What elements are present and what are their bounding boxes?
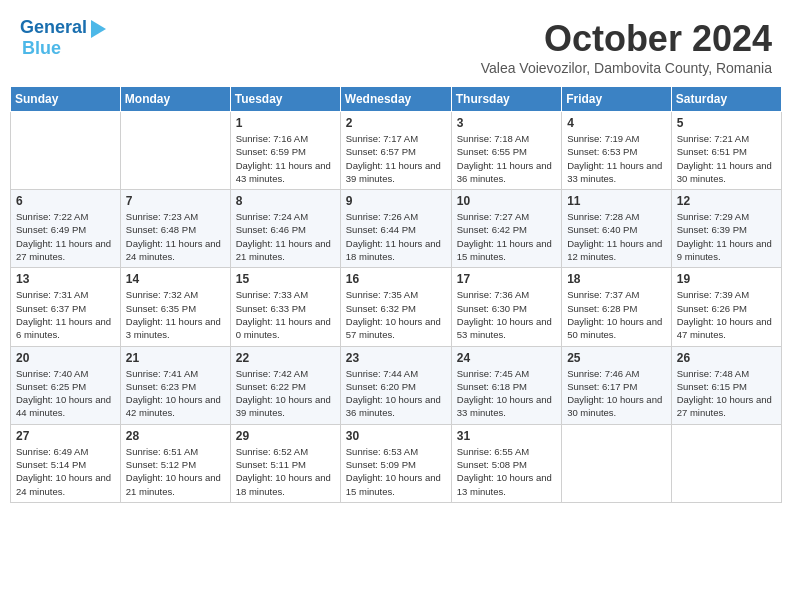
calendar-cell xyxy=(120,112,230,190)
day-info: Sunrise: 7:27 AMSunset: 6:42 PMDaylight:… xyxy=(457,210,556,263)
day-info: Sunrise: 7:18 AMSunset: 6:55 PMDaylight:… xyxy=(457,132,556,185)
calendar-cell: 16Sunrise: 7:35 AMSunset: 6:32 PMDayligh… xyxy=(340,268,451,346)
day-info: Sunrise: 7:29 AMSunset: 6:39 PMDaylight:… xyxy=(677,210,776,263)
day-number: 17 xyxy=(457,272,556,286)
day-info: Sunrise: 7:44 AMSunset: 6:20 PMDaylight:… xyxy=(346,367,446,420)
logo-blue-text: Blue xyxy=(22,38,61,59)
calendar-cell: 27Sunrise: 6:49 AMSunset: 5:14 PMDayligh… xyxy=(11,424,121,502)
calendar-cell: 30Sunrise: 6:53 AMSunset: 5:09 PMDayligh… xyxy=(340,424,451,502)
day-number: 23 xyxy=(346,351,446,365)
calendar-cell: 1Sunrise: 7:16 AMSunset: 6:59 PMDaylight… xyxy=(230,112,340,190)
calendar-cell: 6Sunrise: 7:22 AMSunset: 6:49 PMDaylight… xyxy=(11,190,121,268)
day-number: 9 xyxy=(346,194,446,208)
day-number: 10 xyxy=(457,194,556,208)
day-info: Sunrise: 7:41 AMSunset: 6:23 PMDaylight:… xyxy=(126,367,225,420)
calendar-cell: 26Sunrise: 7:48 AMSunset: 6:15 PMDayligh… xyxy=(671,346,781,424)
day-info: Sunrise: 7:40 AMSunset: 6:25 PMDaylight:… xyxy=(16,367,115,420)
day-number: 28 xyxy=(126,429,225,443)
day-info: Sunrise: 6:55 AMSunset: 5:08 PMDaylight:… xyxy=(457,445,556,498)
calendar-cell: 4Sunrise: 7:19 AMSunset: 6:53 PMDaylight… xyxy=(562,112,672,190)
day-info: Sunrise: 7:17 AMSunset: 6:57 PMDaylight:… xyxy=(346,132,446,185)
day-number: 25 xyxy=(567,351,666,365)
logo: General Blue xyxy=(20,18,106,59)
day-number: 20 xyxy=(16,351,115,365)
calendar-cell: 14Sunrise: 7:32 AMSunset: 6:35 PMDayligh… xyxy=(120,268,230,346)
day-header-monday: Monday xyxy=(120,87,230,112)
day-info: Sunrise: 6:49 AMSunset: 5:14 PMDaylight:… xyxy=(16,445,115,498)
calendar-cell: 18Sunrise: 7:37 AMSunset: 6:28 PMDayligh… xyxy=(562,268,672,346)
calendar-table: SundayMondayTuesdayWednesdayThursdayFrid… xyxy=(10,86,782,503)
calendar-cell: 12Sunrise: 7:29 AMSunset: 6:39 PMDayligh… xyxy=(671,190,781,268)
page-header: General Blue October 2024 Valea Voievozi… xyxy=(10,10,782,80)
day-info: Sunrise: 6:51 AMSunset: 5:12 PMDaylight:… xyxy=(126,445,225,498)
day-header-friday: Friday xyxy=(562,87,672,112)
day-number: 22 xyxy=(236,351,335,365)
calendar-cell: 20Sunrise: 7:40 AMSunset: 6:25 PMDayligh… xyxy=(11,346,121,424)
calendar-cell: 3Sunrise: 7:18 AMSunset: 6:55 PMDaylight… xyxy=(451,112,561,190)
day-header-saturday: Saturday xyxy=(671,87,781,112)
day-info: Sunrise: 7:36 AMSunset: 6:30 PMDaylight:… xyxy=(457,288,556,341)
day-number: 4 xyxy=(567,116,666,130)
day-number: 15 xyxy=(236,272,335,286)
calendar-cell: 22Sunrise: 7:42 AMSunset: 6:22 PMDayligh… xyxy=(230,346,340,424)
calendar-week-row: 20Sunrise: 7:40 AMSunset: 6:25 PMDayligh… xyxy=(11,346,782,424)
logo-general: General xyxy=(20,17,87,37)
day-number: 18 xyxy=(567,272,666,286)
calendar-cell: 8Sunrise: 7:24 AMSunset: 6:46 PMDaylight… xyxy=(230,190,340,268)
title-block: October 2024 Valea Voievozilor, Dambovit… xyxy=(481,18,772,76)
calendar-week-row: 27Sunrise: 6:49 AMSunset: 5:14 PMDayligh… xyxy=(11,424,782,502)
day-info: Sunrise: 6:53 AMSunset: 5:09 PMDaylight:… xyxy=(346,445,446,498)
calendar-cell: 10Sunrise: 7:27 AMSunset: 6:42 PMDayligh… xyxy=(451,190,561,268)
day-number: 5 xyxy=(677,116,776,130)
day-info: Sunrise: 7:48 AMSunset: 6:15 PMDaylight:… xyxy=(677,367,776,420)
day-info: Sunrise: 7:46 AMSunset: 6:17 PMDaylight:… xyxy=(567,367,666,420)
calendar-cell: 28Sunrise: 6:51 AMSunset: 5:12 PMDayligh… xyxy=(120,424,230,502)
day-info: Sunrise: 7:42 AMSunset: 6:22 PMDaylight:… xyxy=(236,367,335,420)
logo-arrow-icon xyxy=(91,20,106,38)
day-info: Sunrise: 7:21 AMSunset: 6:51 PMDaylight:… xyxy=(677,132,776,185)
day-header-thursday: Thursday xyxy=(451,87,561,112)
day-header-tuesday: Tuesday xyxy=(230,87,340,112)
day-number: 26 xyxy=(677,351,776,365)
calendar-cell: 29Sunrise: 6:52 AMSunset: 5:11 PMDayligh… xyxy=(230,424,340,502)
day-info: Sunrise: 7:19 AMSunset: 6:53 PMDaylight:… xyxy=(567,132,666,185)
calendar-cell: 13Sunrise: 7:31 AMSunset: 6:37 PMDayligh… xyxy=(11,268,121,346)
calendar-cell: 23Sunrise: 7:44 AMSunset: 6:20 PMDayligh… xyxy=(340,346,451,424)
calendar-cell: 2Sunrise: 7:17 AMSunset: 6:57 PMDaylight… xyxy=(340,112,451,190)
day-info: Sunrise: 7:28 AMSunset: 6:40 PMDaylight:… xyxy=(567,210,666,263)
day-number: 27 xyxy=(16,429,115,443)
day-info: Sunrise: 7:37 AMSunset: 6:28 PMDaylight:… xyxy=(567,288,666,341)
day-number: 12 xyxy=(677,194,776,208)
day-number: 1 xyxy=(236,116,335,130)
day-info: Sunrise: 6:52 AMSunset: 5:11 PMDaylight:… xyxy=(236,445,335,498)
day-header-sunday: Sunday xyxy=(11,87,121,112)
day-number: 24 xyxy=(457,351,556,365)
day-info: Sunrise: 7:26 AMSunset: 6:44 PMDaylight:… xyxy=(346,210,446,263)
calendar-week-row: 6Sunrise: 7:22 AMSunset: 6:49 PMDaylight… xyxy=(11,190,782,268)
calendar-cell: 21Sunrise: 7:41 AMSunset: 6:23 PMDayligh… xyxy=(120,346,230,424)
day-number: 21 xyxy=(126,351,225,365)
day-header-wednesday: Wednesday xyxy=(340,87,451,112)
calendar-cell: 15Sunrise: 7:33 AMSunset: 6:33 PMDayligh… xyxy=(230,268,340,346)
day-number: 2 xyxy=(346,116,446,130)
calendar-cell: 31Sunrise: 6:55 AMSunset: 5:08 PMDayligh… xyxy=(451,424,561,502)
day-number: 13 xyxy=(16,272,115,286)
calendar-cell: 5Sunrise: 7:21 AMSunset: 6:51 PMDaylight… xyxy=(671,112,781,190)
calendar-cell: 11Sunrise: 7:28 AMSunset: 6:40 PMDayligh… xyxy=(562,190,672,268)
day-number: 16 xyxy=(346,272,446,286)
calendar-week-row: 1Sunrise: 7:16 AMSunset: 6:59 PMDaylight… xyxy=(11,112,782,190)
day-number: 19 xyxy=(677,272,776,286)
calendar-cell: 25Sunrise: 7:46 AMSunset: 6:17 PMDayligh… xyxy=(562,346,672,424)
day-info: Sunrise: 7:24 AMSunset: 6:46 PMDaylight:… xyxy=(236,210,335,263)
month-title: October 2024 xyxy=(481,18,772,60)
day-number: 3 xyxy=(457,116,556,130)
calendar-cell: 24Sunrise: 7:45 AMSunset: 6:18 PMDayligh… xyxy=(451,346,561,424)
day-info: Sunrise: 7:16 AMSunset: 6:59 PMDaylight:… xyxy=(236,132,335,185)
day-info: Sunrise: 7:33 AMSunset: 6:33 PMDaylight:… xyxy=(236,288,335,341)
day-info: Sunrise: 7:39 AMSunset: 6:26 PMDaylight:… xyxy=(677,288,776,341)
day-info: Sunrise: 7:31 AMSunset: 6:37 PMDaylight:… xyxy=(16,288,115,341)
day-info: Sunrise: 7:32 AMSunset: 6:35 PMDaylight:… xyxy=(126,288,225,341)
day-info: Sunrise: 7:22 AMSunset: 6:49 PMDaylight:… xyxy=(16,210,115,263)
calendar-cell xyxy=(671,424,781,502)
calendar-header-row: SundayMondayTuesdayWednesdayThursdayFrid… xyxy=(11,87,782,112)
